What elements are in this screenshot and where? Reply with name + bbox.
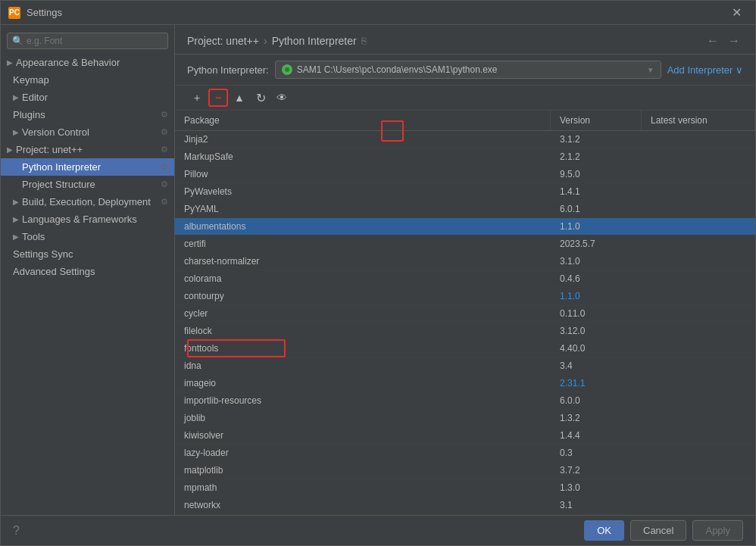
breadcrumb-current: Python Interpreter (272, 35, 357, 47)
table-row[interactable]: certifi2023.5.7 (175, 236, 755, 253)
cell-latest (642, 183, 755, 200)
sidebar-items: ▶Appearance & BehaviorKeymap▶EditorPlugi… (1, 54, 174, 280)
cell-latest (642, 410, 755, 426)
sidebar-item-version-control[interactable]: ▶Version Control⚙ (1, 123, 174, 141)
search-box[interactable]: 🔍 (7, 33, 168, 49)
cell-latest (642, 427, 755, 444)
sidebar-item-plugins[interactable]: Plugins⚙ (1, 106, 174, 123)
sidebar-item-settings-sync[interactable]: Settings Sync (1, 245, 174, 263)
sidebar-item-settings-icon: ⚙ (161, 127, 168, 137)
cell-latest (642, 305, 755, 322)
cell-latest (642, 201, 755, 217)
cell-package: Pillow (175, 166, 551, 183)
bottom-bar: ? OK Cancel Apply (1, 515, 755, 545)
table-row[interactable]: PyWavelets1.4.1 (175, 183, 755, 201)
apply-button[interactable]: Apply (692, 520, 743, 541)
sidebar-item-editor[interactable]: ▶Editor (1, 89, 174, 106)
cell-version: 6.0.1 (551, 201, 642, 217)
breadcrumb-project: Project: unet++ (187, 35, 259, 47)
arrow-icon: ▶ (13, 198, 19, 206)
sidebar-item-project-unetpp[interactable]: ▶Project: unet++⚙ (1, 141, 174, 158)
table-row[interactable]: Pillow9.5.0 (175, 166, 755, 183)
table-body: Jinja23.1.2MarkupSafe2.1.2Pillow9.5.0PyW… (175, 131, 755, 514)
table-row[interactable]: mpmath1.3.0 (175, 479, 755, 497)
show-button[interactable]: 👁 (272, 89, 292, 107)
table-row[interactable]: joblib1.3.2 (175, 410, 755, 427)
sidebar-item-tools[interactable]: ▶Tools (1, 228, 174, 245)
nav-forward[interactable]: → (725, 33, 743, 49)
arrow-icon: ▶ (13, 128, 19, 136)
packages-table: Package Version Latest version Jinja23.1… (175, 111, 755, 515)
link-icon: ⎘ (361, 36, 367, 46)
remove-package-button[interactable]: − (208, 89, 228, 107)
cell-package: Jinja2 (175, 131, 551, 148)
sidebar-item-project-structure[interactable]: Project Structure⚙ (1, 176, 174, 193)
window-title: Settings (27, 7, 726, 18)
table-row[interactable]: fonttools4.40.0 (175, 340, 755, 357)
cell-latest (642, 270, 755, 287)
add-package-button[interactable]: + (187, 89, 207, 107)
packages-toolbar: + − ▲ ↻ 👁 (175, 86, 755, 111)
cell-latest (642, 148, 755, 165)
interpreter-select[interactable]: SAM1 C:\Users\pc\.conda\envs\SAM1\python… (275, 61, 661, 79)
help-icon[interactable]: ? (13, 524, 20, 538)
table-row[interactable]: MarkupSafe2.1.2 (175, 148, 755, 166)
close-button[interactable]: ✕ (726, 2, 748, 23)
cell-version: 3.1 (551, 497, 642, 513)
table-row[interactable]: Jinja23.1.2 (175, 131, 755, 148)
table-row[interactable]: kiwisolver1.4.4 (175, 427, 755, 445)
interpreter-dropdown-icon: ▼ (647, 66, 654, 74)
nav-back[interactable]: ← (704, 33, 722, 49)
cell-version: 1.3.2 (551, 410, 642, 426)
add-interpreter-button[interactable]: Add Interpreter ∨ (667, 64, 743, 76)
table-row[interactable]: PyYAML6.0.1 (175, 201, 755, 218)
sidebar-item-python-interpreter[interactable]: Python Interpreter⚙ (1, 158, 174, 176)
table-row[interactable]: colorama0.4.6 (175, 270, 755, 288)
cell-version: 2.1.2 (551, 148, 642, 165)
cell-package: cycler (175, 305, 551, 322)
table-row[interactable]: filelock3.12.0 (175, 323, 755, 340)
table-row[interactable]: albumentations1.1.0 (175, 218, 755, 236)
table-header: Package Version Latest version (175, 111, 755, 131)
sidebar-item-label: Project Structure (22, 179, 95, 190)
sidebar-item-label: Editor (22, 92, 48, 103)
search-input[interactable] (27, 36, 163, 46)
sidebar-item-appearance[interactable]: ▶Appearance & Behavior (1, 54, 174, 71)
sidebar-item-languages-frameworks[interactable]: ▶Languages & Frameworks (1, 211, 174, 228)
table-row[interactable]: matplotlib3.7.2 (175, 462, 755, 479)
sidebar-item-settings-icon: ⚙ (161, 110, 168, 120)
sidebar-item-build-execution[interactable]: ▶Build, Execution, Deployment⚙ (1, 193, 174, 211)
sidebar-item-keymap[interactable]: Keymap (1, 71, 174, 89)
cell-version: 1.3.0 (551, 479, 642, 496)
cell-version: 0.3 (551, 445, 642, 461)
interpreter-name: SAM1 C:\Users\pc\.conda\envs\SAM1\python… (297, 64, 642, 75)
table-row[interactable]: imageio2.31.1 (175, 375, 755, 392)
table-row[interactable]: lazy-loader0.3 (175, 445, 755, 462)
cell-version: 2.31.1 (551, 375, 642, 392)
cell-package: lazy-loader (175, 445, 551, 461)
move-up-button[interactable]: ▲ (230, 89, 249, 107)
cell-latest (642, 218, 755, 235)
sidebar-item-label: Languages & Frameworks (22, 214, 137, 225)
settings-dialog: PC Settings ✕ 🔍 ▶Appearance & BehaviorKe… (0, 0, 756, 546)
cell-latest (642, 236, 755, 252)
cell-package: fonttools (175, 340, 551, 357)
breadcrumb: Project: unet++ › Python Interpreter ⎘ (187, 35, 698, 47)
cell-package: contourpy (175, 288, 551, 304)
table-row[interactable]: networkx3.1 (175, 497, 755, 514)
cell-version: 3.1.0 (551, 253, 642, 270)
refresh-button[interactable]: ↻ (251, 89, 270, 107)
arrow-icon: ▶ (13, 215, 19, 223)
cancel-button[interactable]: Cancel (630, 520, 686, 541)
cell-version: 3.4 (551, 357, 642, 374)
table-row[interactable]: cycler0.11.0 (175, 305, 755, 323)
table-row[interactable]: importlib-resources6.0.0 (175, 392, 755, 410)
ok-button[interactable]: OK (584, 520, 624, 541)
sidebar-item-advanced-settings[interactable]: Advanced Settings (1, 263, 174, 280)
cell-package: kiwisolver (175, 427, 551, 444)
table-row[interactable]: charset-normalizer3.1.0 (175, 253, 755, 270)
table-row[interactable]: contourpy1.1.0 (175, 288, 755, 305)
table-row[interactable]: idna3.4 (175, 357, 755, 375)
cell-package: imageio (175, 375, 551, 392)
sidebar-item-label: Tools (22, 231, 45, 242)
